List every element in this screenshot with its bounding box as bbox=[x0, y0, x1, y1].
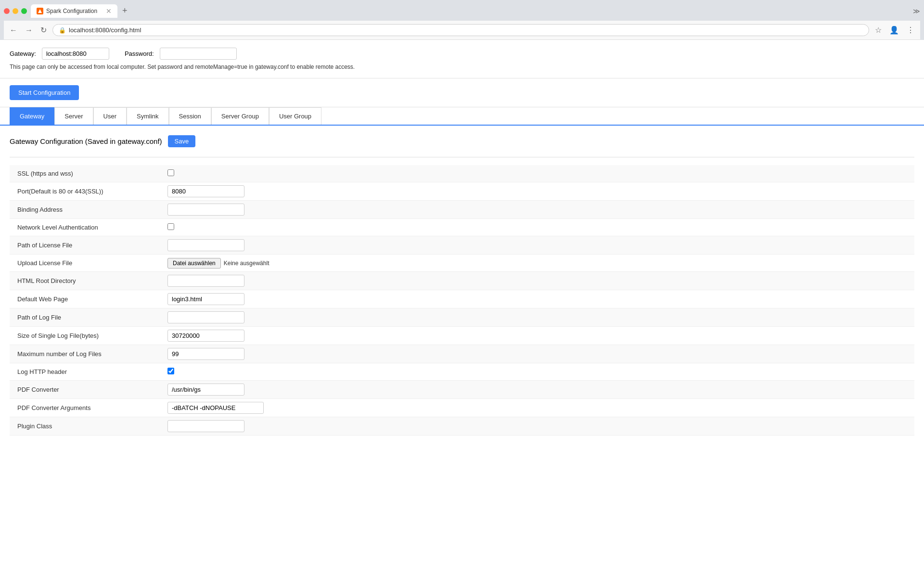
input-4[interactable] bbox=[167, 239, 244, 251]
input-14[interactable] bbox=[167, 420, 244, 432]
checkbox-0[interactable] bbox=[167, 169, 174, 176]
input-6[interactable] bbox=[167, 275, 244, 287]
browser-titlebar: Spark Configuration ✕ + ≫ bbox=[4, 4, 920, 18]
browser-dots bbox=[4, 8, 27, 14]
lock-icon: 🔒 bbox=[59, 27, 66, 34]
config-label-5: Upload License File bbox=[10, 255, 164, 272]
config-header: Gateway Configuration (Saved in gateway.… bbox=[10, 135, 914, 147]
browser-tab-title: Spark Configuration bbox=[46, 8, 97, 14]
gateway-row: Gateway: Password: bbox=[10, 48, 914, 60]
config-section: Gateway Configuration (Saved in gateway.… bbox=[0, 126, 924, 445]
file-no-chosen-5: Keine ausgewählt bbox=[224, 260, 270, 267]
config-label-0: SSL (https and wss) bbox=[10, 165, 164, 182]
password-input[interactable] bbox=[160, 48, 237, 60]
config-value-0 bbox=[164, 165, 914, 182]
config-value-14 bbox=[164, 417, 914, 436]
config-value-6 bbox=[164, 272, 914, 290]
address-bar: 🔒 bbox=[52, 24, 869, 36]
minimize-dot[interactable] bbox=[13, 8, 18, 14]
config-value-12 bbox=[164, 381, 914, 399]
config-label-12: PDF Converter bbox=[10, 381, 164, 399]
config-title: Gateway Configuration (Saved in gateway.… bbox=[10, 137, 162, 145]
config-label-1: Port(Default is 80 or 443(SSL)) bbox=[10, 182, 164, 201]
tabs-bar: GatewayServerUserSymlinkSessionServer Gr… bbox=[0, 107, 924, 126]
config-row-10: Maximum number of Log Files bbox=[10, 345, 914, 363]
browser-toolbar: ← → ↻ 🔒 ☆ 👤 ⋮ bbox=[4, 21, 920, 40]
config-row-14: Plugin Class bbox=[10, 417, 914, 436]
menu-button[interactable]: ⋮ bbox=[905, 24, 916, 37]
config-value-8 bbox=[164, 308, 914, 327]
config-label-8: Path of Log File bbox=[10, 308, 164, 327]
config-row-9: Size of Single Log File(bytes) bbox=[10, 327, 914, 345]
config-value-1 bbox=[164, 182, 914, 201]
config-row-6: HTML Root Directory bbox=[10, 272, 914, 290]
config-label-2: Binding Address bbox=[10, 201, 164, 219]
config-row-13: PDF Converter Arguments bbox=[10, 399, 914, 417]
url-input[interactable] bbox=[69, 26, 863, 34]
config-row-11: Log HTTP header bbox=[10, 363, 914, 381]
config-row-2: Binding Address bbox=[10, 201, 914, 219]
top-section: Gateway: Password: This page can only be… bbox=[0, 40, 924, 78]
info-text: This page can only be accessed from loca… bbox=[10, 64, 914, 70]
maximize-dot[interactable] bbox=[21, 8, 27, 14]
config-label-11: Log HTTP header bbox=[10, 363, 164, 381]
input-10[interactable] bbox=[167, 348, 244, 360]
checkbox-3[interactable] bbox=[167, 223, 174, 230]
tab-session[interactable]: Session bbox=[169, 107, 211, 125]
profile-button[interactable]: 👤 bbox=[887, 24, 901, 37]
svg-marker-0 bbox=[38, 9, 42, 13]
page-content: Gateway: Password: This page can only be… bbox=[0, 40, 924, 577]
refresh-button[interactable]: ↻ bbox=[38, 25, 49, 36]
config-label-7: Default Web Page bbox=[10, 290, 164, 308]
gateway-label: Gateway: bbox=[10, 50, 36, 57]
config-value-5: Datei auswählenKeine ausgewählt bbox=[164, 255, 914, 272]
overflow-button[interactable]: ≫ bbox=[913, 7, 920, 15]
config-label-14: Plugin Class bbox=[10, 417, 164, 436]
config-label-10: Maximum number of Log Files bbox=[10, 345, 164, 363]
config-label-6: HTML Root Directory bbox=[10, 272, 164, 290]
config-value-11 bbox=[164, 363, 914, 381]
config-row-8: Path of Log File bbox=[10, 308, 914, 327]
tab-symlink[interactable]: Symlink bbox=[127, 107, 169, 125]
close-dot[interactable] bbox=[4, 8, 10, 14]
input-8[interactable] bbox=[167, 311, 244, 323]
bookmark-button[interactable]: ☆ bbox=[873, 24, 884, 37]
config-value-13 bbox=[164, 399, 914, 417]
input-2[interactable] bbox=[167, 204, 244, 216]
browser-tab-close[interactable]: ✕ bbox=[106, 7, 112, 15]
input-12[interactable] bbox=[167, 384, 244, 396]
tab-server-group[interactable]: Server Group bbox=[211, 107, 269, 125]
config-value-10 bbox=[164, 345, 914, 363]
file-upload-button-5[interactable]: Datei auswählen bbox=[167, 258, 221, 269]
config-value-4 bbox=[164, 236, 914, 255]
tab-user-group[interactable]: User Group bbox=[269, 107, 321, 125]
config-value-3 bbox=[164, 219, 914, 236]
start-configuration-button[interactable]: Start Configuration bbox=[10, 85, 79, 100]
config-row-0: SSL (https and wss) bbox=[10, 165, 914, 182]
input-9[interactable] bbox=[167, 330, 244, 342]
tab-gateway[interactable]: Gateway bbox=[10, 107, 54, 125]
config-value-7 bbox=[164, 290, 914, 308]
input-13[interactable] bbox=[167, 402, 264, 414]
config-row-1: Port(Default is 80 or 443(SSL)) bbox=[10, 182, 914, 201]
browser-chrome: Spark Configuration ✕ + ≫ ← → ↻ 🔒 ☆ 👤 ⋮ bbox=[0, 0, 924, 40]
config-label-13: PDF Converter Arguments bbox=[10, 399, 164, 417]
browser-tab-active[interactable]: Spark Configuration ✕ bbox=[31, 4, 117, 18]
tab-user[interactable]: User bbox=[93, 107, 127, 125]
back-button[interactable]: ← bbox=[8, 25, 19, 36]
input-7[interactable] bbox=[167, 293, 244, 305]
tab-server[interactable]: Server bbox=[54, 107, 93, 125]
checkbox-11[interactable] bbox=[167, 368, 174, 374]
spark-tab-icon bbox=[37, 8, 43, 14]
config-row-12: PDF Converter bbox=[10, 381, 914, 399]
start-section: Start Configuration bbox=[0, 78, 924, 107]
password-label: Password: bbox=[125, 50, 154, 57]
save-button[interactable]: Save bbox=[168, 135, 196, 147]
input-1[interactable] bbox=[167, 185, 244, 197]
new-tab-button[interactable]: + bbox=[118, 4, 131, 18]
config-label-3: Network Level Authentication bbox=[10, 219, 164, 236]
config-value-2 bbox=[164, 201, 914, 219]
config-row-7: Default Web Page bbox=[10, 290, 914, 308]
forward-button[interactable]: → bbox=[23, 25, 35, 36]
gateway-input[interactable] bbox=[42, 48, 109, 60]
